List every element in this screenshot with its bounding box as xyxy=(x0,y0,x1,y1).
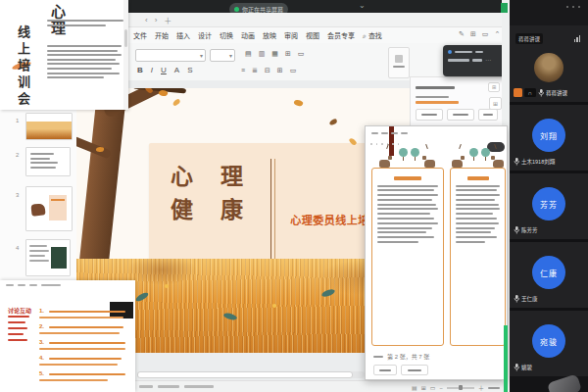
participant-tile[interactable]: 芳芳 陈芳芳 xyxy=(510,173,588,239)
align-left-icon[interactable]: ≡ xyxy=(241,67,245,74)
beautify-chip[interactable] xyxy=(478,109,498,121)
scrollbar-thumb[interactable] xyxy=(137,371,353,378)
menu-item-animation[interactable]: 动画 xyxy=(241,30,255,40)
ribbon-button[interactable] xyxy=(388,47,410,78)
slide-text-box xyxy=(371,168,444,346)
font-color-button[interactable]: A xyxy=(174,66,179,74)
back-icon[interactable]: ‹ xyxy=(145,16,148,24)
text-line xyxy=(49,342,125,344)
item-number: 3. xyxy=(39,339,44,345)
participant-status-row: 土木1918刘翔 xyxy=(514,158,555,166)
forward-icon[interactable]: › xyxy=(155,16,158,24)
text-line xyxy=(47,68,112,70)
screen: 你正在共享屏幕 ⌄ ‹ › ＋ 文件 开始 插入 设计 切换 动画 放映 审阅 … xyxy=(0,0,588,392)
vertical-scrollbar[interactable] xyxy=(123,0,128,110)
participant-status-row: ∩ 蒋蒋讲课 xyxy=(514,88,567,97)
participant-tile[interactable]: 宛骏 姚骏 xyxy=(510,311,588,376)
menu-item-insert[interactable]: 插入 xyxy=(176,30,190,40)
scrollbar-thumb[interactable] xyxy=(124,29,127,47)
window-icon[interactable]: ▭ xyxy=(482,30,489,38)
box-title-line xyxy=(467,176,489,180)
window-controls[interactable] xyxy=(566,6,580,8)
copy-icon[interactable]: ▥ xyxy=(259,50,266,58)
beautify-chip[interactable] xyxy=(447,109,474,121)
normal-view-icon[interactable]: ▤ xyxy=(412,384,417,391)
menu-item-file[interactable]: 文件 xyxy=(133,30,147,40)
zoom-in-button[interactable]: ＋ xyxy=(478,383,484,392)
line-spacing-icon[interactable]: ▭ xyxy=(290,67,297,74)
text-line xyxy=(29,255,45,257)
shape-icon[interactable]: ▭ xyxy=(298,50,305,58)
slide-thumbnail[interactable] xyxy=(25,186,73,231)
participant-name-tag: 蒋蒋讲课 xyxy=(515,33,543,44)
zoom-slider[interactable] xyxy=(447,387,474,389)
bold-button[interactable]: B xyxy=(137,66,143,74)
collapse-ribbon-icon[interactable]: ⌃ xyxy=(494,30,500,38)
text-line xyxy=(472,59,482,62)
participant-tile[interactable]: 仁康 王仁康 xyxy=(510,242,588,308)
zoom-slider-knob[interactable] xyxy=(459,385,463,390)
chevron-down-icon[interactable]: ⌄ xyxy=(359,1,366,10)
align-center-icon[interactable]: ≣ xyxy=(252,67,258,74)
table-icon[interactable]: ⊞ xyxy=(285,50,291,58)
search-label: 查找 xyxy=(368,32,382,39)
search-command[interactable]: ⌕ 查找 xyxy=(363,30,382,40)
menu-item-transition[interactable]: 切换 xyxy=(220,30,233,40)
paste-icon[interactable]: ▤ xyxy=(245,50,252,58)
slide-thumbnail[interactable] xyxy=(25,113,73,140)
annotate-button[interactable] xyxy=(401,365,428,375)
text-line xyxy=(377,185,438,187)
playback-button[interactable] xyxy=(373,365,397,375)
tree-icon xyxy=(411,148,419,157)
paragraph-lines xyxy=(47,45,122,81)
comment-icon[interactable]: ✎ xyxy=(459,30,465,38)
slide-thumbnail[interactable] xyxy=(25,147,71,176)
text-line xyxy=(377,241,418,243)
strikethrough-button[interactable]: S xyxy=(187,66,192,74)
grid-icon[interactable]: ⊞ xyxy=(470,30,476,38)
menu-item-slideshow[interactable]: 放映 xyxy=(263,30,276,40)
share-border-accent xyxy=(501,3,508,13)
numbering-icon[interactable]: ⊞ xyxy=(277,67,283,74)
slide-thumbnail[interactable] xyxy=(25,239,71,276)
qr-icon[interactable]: ⊞ xyxy=(489,97,502,110)
participant-tile[interactable]: 蒋蒋讲课 ∩ 蒋蒋讲课 xyxy=(510,25,588,102)
float-panel-row xyxy=(448,50,503,54)
text-line xyxy=(49,311,125,313)
text-line xyxy=(49,326,123,328)
menu-item-design[interactable]: 设计 xyxy=(198,30,212,40)
item-number: 4. xyxy=(39,355,44,361)
avatar: 芳芳 xyxy=(532,187,565,220)
participant-status-row: 姚骏 xyxy=(514,364,532,371)
meeting-float-panel[interactable]: ⋯ xyxy=(443,45,508,76)
font-family-select[interactable]: ▾ xyxy=(135,49,206,62)
grid-view-icon[interactable]: ⊞ xyxy=(421,384,426,391)
zoom-out-button[interactable]: − xyxy=(439,385,443,391)
participant-tile[interactable]: 刘翔 土木1918刘翔 xyxy=(510,105,588,171)
text-line xyxy=(377,218,434,220)
new-tab-icon[interactable]: ＋ xyxy=(164,15,172,25)
text-line xyxy=(8,327,27,329)
text-line xyxy=(377,204,436,206)
flower-decoration xyxy=(165,284,169,288)
beautify-chip[interactable] xyxy=(416,109,443,121)
menu-item-vip[interactable]: 会员专享 xyxy=(327,30,355,40)
horizontal-scrollbar[interactable] xyxy=(137,371,365,378)
text-line xyxy=(393,66,405,68)
menu-item-home[interactable]: 开始 xyxy=(155,30,169,40)
format-painter-icon[interactable]: ▦ xyxy=(271,50,278,58)
text-line xyxy=(139,385,153,388)
menu-item-review[interactable]: 审阅 xyxy=(284,30,298,40)
text-line xyxy=(30,158,50,160)
reading-view-icon[interactable]: ▭ xyxy=(430,384,436,391)
participant-name: 土木1918刘翔 xyxy=(521,158,555,166)
pane-icon-button[interactable]: ⊞ xyxy=(488,82,500,92)
bullet-list-icon[interactable]: ⊟ xyxy=(265,67,270,74)
text-line xyxy=(47,76,104,78)
share-indicator-icon xyxy=(234,7,239,12)
text-line xyxy=(47,63,120,65)
menu-item-view[interactable]: 视图 xyxy=(306,30,319,40)
underline-button[interactable]: U xyxy=(161,66,167,74)
font-size-select[interactable]: ▾ xyxy=(210,49,235,62)
italic-button[interactable]: I xyxy=(151,66,153,74)
